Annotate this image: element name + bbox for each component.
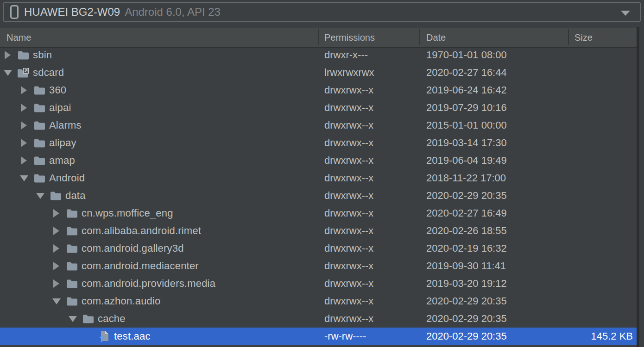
name-cell: cn.wps.moffice_eng: [0, 204, 173, 222]
date-value: 1970-01-01 08:00: [426, 46, 507, 64]
device-os-version: Android 6.0, API 23: [125, 6, 221, 19]
column-header-size[interactable]: Size: [575, 28, 593, 47]
tree-row[interactable]: ?test.aac-rw-rw----2020-02-29 20:35145.2…: [0, 328, 637, 345]
scrollbar-track[interactable]: [637, 27, 639, 347]
expand-arrow-icon[interactable]: [21, 156, 27, 165]
column-header-name[interactable]: Name: [6, 28, 31, 47]
permissions-value: drwxrwx--x: [324, 275, 373, 292]
chevron-down-icon[interactable]: [621, 11, 630, 16]
tree-row[interactable]: cachedrwxrwx--x2020-02-29 20:35: [0, 310, 637, 328]
tree-row[interactable]: cn.wps.moffice_engdrwxrwx--x2020-02-27 1…: [0, 204, 637, 222]
column-separator[interactable]: [419, 29, 420, 45]
tree-row[interactable]: com.android.mediacenterdrwxrwx--x2019-09…: [0, 257, 637, 275]
name-cell: cache: [0, 310, 126, 328]
name-cell: Android: [0, 169, 85, 187]
folder-icon: [66, 278, 77, 289]
tree-row[interactable]: com.android.providers.mediadrwxrwx--x201…: [0, 275, 637, 292]
date-value: 2020-02-27 16:44: [426, 64, 507, 81]
folder-icon: [66, 208, 77, 219]
column-header-date[interactable]: Date: [426, 28, 446, 47]
arrow-slot: [21, 152, 34, 169]
folder-icon: [34, 102, 45, 113]
tree-row[interactable]: 360drwxrwx--x2019-06-24 16:42: [0, 81, 637, 99]
permissions-value: drwxrwx--x: [324, 134, 373, 152]
file-name: com.android.mediacenter: [82, 257, 199, 275]
permissions-value: drwxrwx--x: [324, 240, 373, 257]
tree-row[interactable]: com.android.gallery3ddrwxrwx--x2020-02-1…: [0, 240, 637, 257]
tree-row[interactable]: amapdrwxrwx--x2019-06-04 19:49: [0, 152, 637, 169]
column-separator[interactable]: [318, 29, 319, 45]
expand-arrow-icon[interactable]: [21, 121, 27, 130]
date-value: 2019-06-04 19:49: [426, 152, 507, 169]
file-name: com.azhon.audio: [82, 292, 161, 310]
name-cell: com.alibaba.android.rimet: [0, 222, 201, 240]
name-cell: sbin: [0, 46, 52, 64]
expand-arrow-icon[interactable]: [53, 209, 59, 217]
arrow-slot: [5, 64, 18, 81]
permissions-value: -rw-rw----: [324, 328, 366, 345]
tree-row[interactable]: Alarmsdrwxrwx--x2015-01-01 00:00: [0, 117, 637, 134]
tree-row[interactable]: aipaidrwxrwx--x2019-07-29 10:16: [0, 99, 637, 117]
collapse-arrow-icon[interactable]: [20, 175, 28, 181]
expand-arrow-icon[interactable]: [53, 262, 59, 270]
expand-arrow-icon[interactable]: [53, 227, 59, 235]
date-value: 2019-03-14 17:30: [426, 134, 507, 152]
date-value: 2020-02-29 20:35: [426, 292, 507, 310]
tree-row[interactable]: com.azhon.audiodrwxrwx--x2020-02-29 20:3…: [0, 292, 637, 310]
folder-icon: [34, 137, 45, 149]
expand-arrow-icon[interactable]: [5, 51, 11, 59]
file-name: Android: [49, 169, 85, 187]
permissions-value: drwxrwx--x: [324, 81, 373, 99]
collapse-arrow-icon[interactable]: [69, 316, 77, 322]
arrow-slot: [53, 240, 66, 257]
file-name: com.android.gallery3d: [82, 240, 184, 257]
arrow-slot: [37, 187, 50, 204]
folder-icon: [34, 85, 45, 96]
folder-icon: [66, 260, 77, 272]
unknown-file-icon: ?: [99, 331, 110, 342]
collapse-arrow-icon[interactable]: [52, 298, 61, 304]
collapse-arrow-icon[interactable]: [36, 193, 44, 199]
tree-row[interactable]: datadrwxrwx--x2020-02-29 20:35: [0, 187, 637, 204]
file-name: data: [65, 187, 86, 204]
folder-icon: [34, 173, 45, 184]
arrow-slot: [69, 310, 82, 328]
name-cell: sdcard: [0, 64, 64, 81]
folder-icon: [34, 120, 45, 131]
file-name: com.alibaba.android.rimet: [82, 222, 201, 240]
name-cell: com.android.mediacenter: [0, 257, 199, 275]
name-cell: data: [0, 187, 86, 204]
arrow-slot: [53, 222, 66, 240]
folder-icon: [50, 190, 61, 201]
name-cell: com.azhon.audio: [0, 292, 161, 310]
svg-text:?: ?: [99, 335, 104, 342]
date-value: 2019-09-30 11:41: [426, 257, 506, 275]
tree-row[interactable]: Androiddrwxrwx--x2018-11-22 17:00: [0, 169, 637, 187]
arrow-slot: [21, 134, 34, 152]
expand-arrow-icon[interactable]: [53, 279, 59, 288]
expand-arrow-icon[interactable]: [53, 244, 59, 253]
expand-arrow-icon[interactable]: [21, 104, 27, 112]
permissions-value: drwxr-x---: [324, 46, 368, 64]
permissions-value: drwxrwx--x: [324, 187, 373, 204]
folder-icon: [82, 313, 94, 324]
arrow-slot: [21, 81, 34, 99]
permissions-value: drwxrwx--x: [324, 152, 373, 169]
collapse-arrow-icon[interactable]: [4, 70, 12, 76]
size-value: 145.2 KB: [591, 328, 633, 345]
tree-row[interactable]: sbindrwxr-x---1970-01-01 08:00: [0, 46, 637, 64]
arrow-slot: [21, 169, 34, 187]
expand-arrow-icon[interactable]: [21, 139, 27, 147]
permissions-value: drwxrwx--x: [324, 169, 373, 187]
tree-row[interactable]: alipaydrwxrwx--x2019-03-14 17:30: [0, 134, 637, 152]
expand-arrow-icon[interactable]: [21, 86, 27, 94]
column-header-permissions[interactable]: Permissions: [324, 28, 375, 47]
device-selector[interactable]: HUAWEI BG2-W09 Android 6.0, API 23: [3, 2, 641, 22]
tree-row[interactable]: sdcardlrwxrwxrwx2020-02-27 16:44: [0, 64, 637, 81]
column-separator[interactable]: [568, 29, 569, 45]
name-cell: com.android.providers.media: [0, 275, 215, 292]
permissions-value: drwxrwx--x: [324, 222, 373, 240]
permissions-value: lrwxrwxrwx: [324, 64, 374, 81]
tree-row[interactable]: com.alibaba.android.rimetdrwxrwx--x2020-…: [0, 222, 637, 240]
folder-icon: [66, 243, 77, 254]
